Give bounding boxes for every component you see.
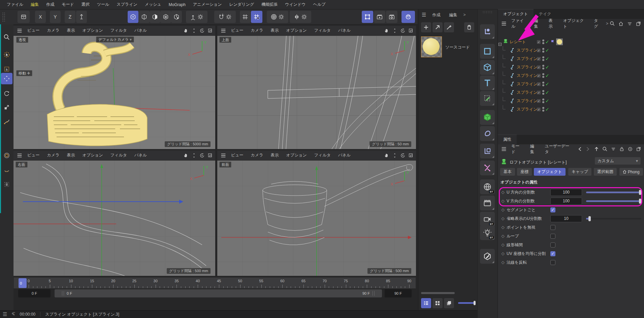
search-icon[interactable] (610, 21, 615, 26)
keyframe-diamond-icon[interactable]: ◇ (499, 225, 507, 230)
am-menu-2[interactable]: ユーザーデータ (542, 142, 576, 156)
keyframe-diamond-icon[interactable]: ◇ (499, 234, 507, 238)
viewport-menu-5[interactable]: パネル (131, 27, 150, 34)
dolly-icon[interactable] (191, 153, 197, 158)
toolbar-grip[interactable] (2, 12, 5, 22)
viewport-menu-icon[interactable] (220, 27, 227, 34)
texture-tag-thumbnail[interactable] (556, 38, 563, 45)
pan-hand-icon[interactable] (384, 28, 389, 33)
material-list-view-button[interactable] (421, 298, 431, 308)
keyframe-diamond-icon[interactable]: ◇ (499, 190, 507, 195)
viewport-menu-5[interactable]: パネル (335, 151, 354, 159)
attribute-value-field[interactable]: 100 (550, 189, 582, 196)
workplane-grid-button[interactable] (240, 11, 251, 23)
delete-material-button[interactable] (464, 22, 474, 32)
lock-selection-tool[interactable] (1, 179, 12, 190)
attribute-tab-3[interactable]: キャップ (568, 168, 591, 176)
popout-icon[interactable] (636, 146, 641, 152)
viewport-front[interactable]: Y X 前面 グリッド間隔 : 500 mm (217, 161, 416, 276)
parent-icon[interactable] (594, 146, 599, 152)
edit-toggle-icon[interactable] (536, 98, 541, 104)
filter-icon[interactable] (611, 146, 616, 152)
edit-toggle-icon[interactable] (536, 39, 541, 45)
statusbar-menu-icon[interactable]: ☰ (3, 311, 7, 317)
attribute-slider[interactable] (586, 192, 641, 193)
object-tree-row[interactable]: スプライン.3✓ (498, 97, 644, 105)
dolly-icon[interactable] (392, 153, 397, 158)
viewport-menu-1[interactable]: カメラ (248, 151, 266, 159)
symmetry-group[interactable] (290, 11, 311, 23)
workplane-object-icon[interactable] (480, 144, 495, 158)
visibility-dots[interactable] (542, 73, 544, 78)
edit-mesh-icon[interactable] (480, 249, 495, 264)
metaball-icon[interactable] (480, 126, 495, 141)
rotate-view-icon[interactable] (400, 153, 406, 158)
visibility-dots[interactable] (542, 98, 544, 104)
object-tree-row[interactable]: スプライン.6✓ (498, 71, 644, 80)
visibility-dots[interactable] (542, 39, 544, 45)
attribute-slider[interactable] (586, 218, 641, 220)
object-tree-row[interactable]: レシート✓ (498, 38, 644, 46)
material-layer-view-button[interactable] (444, 298, 454, 308)
material-sphere-button[interactable] (401, 11, 415, 23)
timeline-playhead[interactable]: 0 (19, 278, 27, 288)
modeling-axis-tool[interactable] (1, 150, 12, 161)
pan-hand-icon[interactable] (183, 153, 189, 158)
add-material-button[interactable] (421, 22, 431, 32)
pen-spline-tool[interactable] (1, 116, 12, 128)
timeline-ruler[interactable]: 0510152025303540455055606570758085900 (13, 277, 416, 289)
attribute-tab-0[interactable]: 基本 (500, 168, 515, 176)
symmetry-object-icon[interactable] (480, 161, 495, 175)
pan-hand-icon[interactable] (183, 28, 189, 33)
enabled-check-icon[interactable]: ✓ (545, 56, 549, 61)
am-menu-0[interactable]: モード (509, 142, 526, 156)
object-name[interactable]: レシート (510, 39, 526, 45)
viewport-menu-5[interactable]: パネル (335, 27, 354, 34)
model-mode-button[interactable] (128, 11, 138, 23)
attribute-checkbox[interactable]: ✓ (550, 251, 555, 256)
object-tree-row[interactable]: スプライン.5✓ (498, 63, 644, 71)
cube-primitive-icon[interactable] (480, 60, 495, 75)
render-view-button[interactable] (362, 11, 373, 23)
history-forward-icon[interactable] (585, 146, 591, 152)
viewport-menu-1[interactable]: カメラ (248, 27, 266, 34)
viewport-menu-4[interactable]: フィルタ (311, 151, 334, 159)
attribute-slider[interactable] (586, 200, 641, 202)
enabled-check-icon[interactable]: ✓ (545, 98, 549, 104)
attribute-checkbox[interactable] (550, 242, 555, 248)
viewport-menu-3[interactable]: オプション (283, 151, 310, 159)
polygon-mode-button[interactable] (171, 11, 182, 23)
viewport-menu-5[interactable]: パネル (131, 151, 150, 159)
snap-tool-group[interactable] (214, 11, 236, 23)
axis-lock-x-button[interactable]: X (35, 11, 46, 23)
keyframe-diamond-icon[interactable]: ◇ (499, 251, 507, 256)
viewport-menu-0[interactable]: ビュー (228, 151, 247, 159)
object-tree-row[interactable]: スプライン✓ (498, 46, 644, 54)
eyedropper-button[interactable] (444, 22, 454, 32)
popout-icon[interactable] (636, 21, 641, 27)
enabled-check-icon[interactable]: ✓ (545, 48, 549, 53)
visibility-dots[interactable] (542, 90, 544, 95)
range-grip-right[interactable] (373, 291, 375, 296)
menubar-item-11[interactable]: 機能拡張 (258, 0, 281, 9)
rotate-view-icon[interactable] (199, 153, 205, 158)
edit-toggle-icon[interactable] (536, 90, 541, 95)
maximize-view-icon[interactable] (408, 153, 413, 158)
preset-dropdown[interactable]: カスタム▾ (595, 157, 641, 165)
search-icon[interactable] (602, 146, 608, 152)
menubar-item-8[interactable]: MoGraph (165, 1, 189, 8)
attribute-checkbox[interactable] (550, 234, 555, 239)
edit-toggle-icon[interactable] (536, 56, 541, 61)
menubar-item-5[interactable]: ツール (94, 0, 113, 9)
edit-toggle-icon[interactable] (536, 65, 541, 70)
attribute-tab-1[interactable]: 座標 (517, 168, 532, 176)
locked-workplane-button[interactable] (251, 11, 262, 23)
attribute-tab-5[interactable]: Phong (619, 168, 643, 176)
menubar-item-9[interactable]: アニメーション (190, 0, 225, 9)
menubar-item-3[interactable]: モード (58, 0, 77, 9)
viewport-menu-2[interactable]: 表示 (64, 27, 78, 34)
material-thumbnail[interactable] (421, 36, 442, 57)
viewport-menu-3[interactable]: オプション (79, 27, 106, 34)
camera-label[interactable]: デフォルトカメラ ▾ (96, 36, 134, 42)
axis-lock-y-button[interactable]: Y (50, 11, 61, 23)
